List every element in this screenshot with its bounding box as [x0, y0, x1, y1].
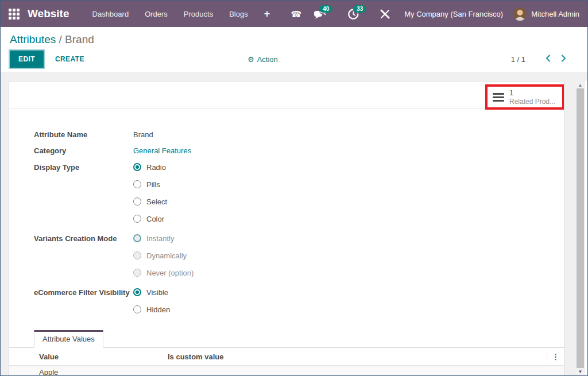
variants-creation-mode-options: Instantly Dynamically Never (option): [133, 230, 194, 281]
radio-option-color[interactable]: Color: [133, 210, 167, 227]
option-label: Select: [146, 197, 167, 206]
content-area: 1 Related Prod... Attribute Name Brand C…: [1, 72, 587, 375]
radio-unselected-icon: [133, 197, 141, 206]
optional-columns-icon[interactable]: ⋮: [547, 348, 564, 365]
option-label: Radio: [146, 163, 166, 172]
scrollbar-thumb[interactable]: [577, 88, 584, 368]
table-header-row: Value Is custom value ⋮: [9, 348, 564, 366]
create-button[interactable]: CREATE: [55, 55, 84, 63]
chevron-left-icon: [546, 55, 551, 62]
radio-selected-icon: [133, 288, 141, 296]
new-content-icon[interactable]: +: [256, 1, 278, 27]
form-fields: Attribute Name Brand Category General Fe…: [9, 108, 564, 318]
app-name[interactable]: Website: [28, 7, 69, 20]
bars-icon: [493, 93, 504, 102]
related-products-stat-button[interactable]: 1 Related Prod...: [488, 87, 562, 107]
apps-grid-icon[interactable]: [9, 9, 20, 20]
company-switcher[interactable]: My Company (San Francisco): [404, 10, 503, 18]
breadcrumb: Attributes / Brand: [1, 27, 587, 46]
radio-unselected-icon: [133, 215, 141, 223]
action-menu-button[interactable]: ⚙ Action: [247, 55, 278, 64]
radio-option-never: Never (option): [133, 264, 194, 281]
radio-selected-icon: [133, 163, 141, 171]
radio-unselected-icon: [133, 305, 141, 313]
category-label: Category: [34, 146, 133, 155]
option-label: Visible: [146, 288, 168, 297]
radio-disabled-icon: [133, 251, 141, 259]
vertical-scrollbar[interactable]: ▲ ▼: [575, 81, 585, 375]
messages-badge: 40: [319, 5, 332, 13]
field-attribute-name: Attribute Name Brand: [34, 126, 564, 142]
field-display-type: Display Type Radio Pills Select: [34, 158, 564, 227]
menu-item-orders[interactable]: Orders: [137, 1, 176, 27]
pager-previous-button[interactable]: [540, 55, 556, 64]
systray: ☎ 40 33: [285, 1, 579, 27]
main-menu: Dashboard Orders Products Blogs +: [84, 1, 278, 27]
display-type-options: Radio Pills Select Color: [133, 158, 167, 227]
column-header-is-custom-value[interactable]: Is custom value: [168, 352, 547, 361]
breadcrumb-separator: /: [59, 33, 62, 45]
menu-item-blogs[interactable]: Blogs: [221, 1, 256, 27]
radio-option-instantly: Instantly: [133, 230, 194, 247]
field-variants-creation-mode: Variants Creation Mode Instantly Dynamic…: [34, 230, 564, 281]
control-panel-buttons: EDIT CREATE ⚙ Action 1 / 1: [1, 50, 587, 68]
stat-button-box: 1 Related Prod...: [9, 82, 564, 108]
activities-badge: 33: [353, 5, 366, 13]
red-annotation-rectangle: 1 Related Prod...: [485, 84, 564, 110]
field-category: Category General Features: [34, 142, 564, 158]
radio-disabled-selected-icon: [133, 234, 141, 242]
breadcrumb-current: Brand: [65, 33, 94, 45]
scrollbar-margin: [585, 81, 587, 375]
menu-item-products[interactable]: Products: [176, 1, 221, 27]
chevron-right-icon: [561, 55, 566, 62]
option-label: Instantly: [146, 234, 174, 243]
wrench-cross-icon: [380, 9, 390, 19]
scroll-down-icon[interactable]: ▼: [575, 369, 585, 374]
tab-attribute-values[interactable]: Attribute Values: [34, 330, 103, 348]
stat-value: 1: [509, 88, 555, 98]
pager: 1 / 1: [511, 55, 578, 64]
form-sheet: 1 Related Prod... Attribute Name Brand C…: [9, 81, 564, 376]
table-row[interactable]: Apple: [9, 366, 564, 376]
radio-option-visible[interactable]: Visible: [133, 284, 170, 301]
radio-option-radio[interactable]: Radio: [133, 158, 167, 176]
avatar-image: [513, 7, 527, 21]
messages-icon[interactable]: 40: [308, 1, 342, 27]
user-avatar[interactable]: [513, 7, 527, 21]
control-panel: Attributes / Brand EDIT CREATE ⚙ Action …: [1, 27, 587, 72]
pager-next-button[interactable]: [556, 55, 571, 64]
edit-button[interactable]: EDIT: [10, 51, 44, 68]
radio-unselected-icon: [133, 180, 141, 188]
option-label: Never (option): [146, 269, 194, 277]
option-label: Pills: [146, 180, 160, 189]
column-header-value[interactable]: Value: [9, 352, 168, 361]
radio-option-select[interactable]: Select: [133, 193, 167, 210]
option-label: Color: [146, 215, 164, 223]
menu-item-dashboard[interactable]: Dashboard: [84, 1, 137, 27]
field-ecommerce-filter-visibility: eCommerce Filter Visibility Visible Hidd…: [34, 284, 564, 318]
user-menu[interactable]: Mitchell Admin: [531, 10, 579, 18]
category-value-link[interactable]: General Features: [133, 146, 191, 155]
activities-icon[interactable]: 33: [342, 1, 374, 27]
breadcrumb-attributes-link[interactable]: Attributes: [10, 33, 56, 45]
ecommerce-filter-visibility-options: Visible Hidden: [133, 284, 170, 318]
top-navbar: Website Dashboard Orders Products Blogs …: [1, 1, 587, 27]
action-label: Action: [257, 55, 278, 64]
radio-option-hidden[interactable]: Hidden: [133, 301, 170, 318]
variants-creation-mode-label: Variants Creation Mode: [34, 230, 133, 281]
notebook-tabs: Attribute Values: [9, 330, 564, 348]
attribute-name-label: Attribute Name: [34, 130, 133, 139]
radio-disabled-icon: [133, 269, 141, 277]
attribute-values-table: Value Is custom value ⋮ Apple: [9, 348, 564, 376]
display-type-label: Display Type: [34, 158, 133, 227]
radio-option-pills[interactable]: Pills: [133, 176, 167, 193]
pager-value: 1 / 1: [511, 55, 525, 64]
attribute-name-value: Brand: [133, 130, 153, 139]
phone-icon[interactable]: ☎: [285, 1, 308, 27]
stat-text: 1 Related Prod...: [509, 88, 555, 106]
radio-option-dynamically: Dynamically: [133, 247, 194, 264]
ecommerce-filter-visibility-label: eCommerce Filter Visibility: [34, 284, 133, 318]
tools-icon[interactable]: [374, 1, 396, 27]
scroll-up-icon[interactable]: ▲: [575, 83, 585, 88]
option-label: Dynamically: [146, 251, 187, 260]
